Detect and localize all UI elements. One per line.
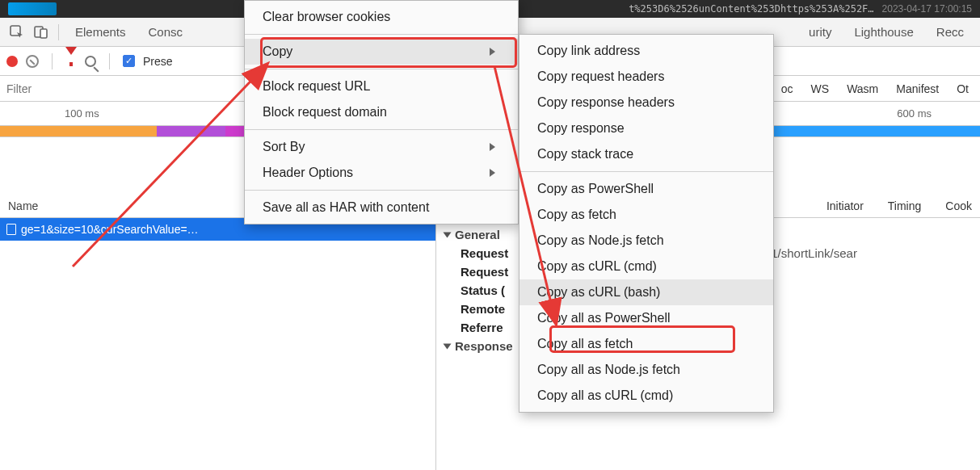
filter-other[interactable]: Ot bbox=[952, 82, 974, 95]
menu-separator bbox=[245, 190, 518, 191]
document-icon bbox=[6, 224, 16, 235]
separator bbox=[109, 53, 110, 69]
menu-separator bbox=[245, 34, 518, 35]
tab-security[interactable]: urity bbox=[797, 18, 843, 46]
menu-copy-all-node-fetch-label: Copy all as Node.js fetch bbox=[537, 363, 680, 377]
search-icon[interactable] bbox=[85, 56, 96, 67]
menu-copy-as-curl-bash[interactable]: Copy as cURL (bash) bbox=[519, 279, 773, 305]
menu-clear-cookies[interactable]: Clear browser cookies bbox=[245, 4, 518, 30]
menu-save-har-label: Save all as HAR with content bbox=[263, 200, 429, 215]
menu-copy-all-fetch[interactable]: Copy all as fetch bbox=[519, 331, 773, 357]
menu-copy-stack[interactable]: Copy stack trace bbox=[519, 141, 773, 167]
menu-sort-by[interactable]: Sort By bbox=[245, 134, 518, 160]
separator bbox=[58, 24, 59, 40]
menu-clear-cookies-label: Clear browser cookies bbox=[263, 10, 390, 24]
menu-sort-by-label: Sort By bbox=[263, 140, 305, 154]
menu-copy-label: Copy bbox=[263, 44, 292, 59]
remote-key: Remote bbox=[461, 302, 505, 316]
context-menu-main: Clear browser cookies Copy Block request… bbox=[244, 0, 519, 225]
tab-timing[interactable]: Timing bbox=[888, 199, 922, 212]
preserve-log-label: Prese bbox=[143, 55, 173, 68]
device-toolbar-icon[interactable] bbox=[34, 25, 48, 40]
menu-copy-link-label: Copy link address bbox=[537, 44, 640, 58]
menu-copy-req-headers-label: Copy request headers bbox=[537, 69, 664, 84]
menu-copy-link[interactable]: Copy link address bbox=[519, 38, 773, 64]
menu-separator bbox=[245, 129, 518, 130]
menu-block-url[interactable]: Block request URL bbox=[245, 73, 518, 99]
separator bbox=[52, 53, 53, 69]
menu-header-options[interactable]: Header Options bbox=[245, 160, 518, 186]
tab-cookies[interactable]: Cook bbox=[945, 199, 972, 212]
menu-copy-all-powershell[interactable]: Copy all as PowerShell bbox=[519, 305, 773, 331]
status-key: Status ( bbox=[461, 283, 505, 297]
tab-initiator[interactable]: Initiator bbox=[826, 199, 864, 212]
tab-console[interactable]: Consc bbox=[137, 18, 195, 46]
disclosure-triangle-icon bbox=[444, 232, 452, 237]
menu-copy-as-fetch-label: Copy as fetch bbox=[537, 208, 616, 222]
menu-copy-as-powershell[interactable]: Copy as PowerShell bbox=[519, 176, 773, 202]
site-logo-icon bbox=[8, 2, 57, 15]
menu-copy-all-curl-cmd-label: Copy all as cURL (cmd) bbox=[537, 388, 673, 403]
record-icon[interactable] bbox=[6, 56, 18, 67]
submenu-arrow-icon bbox=[490, 169, 495, 177]
referrer-key: Referre bbox=[461, 321, 503, 334]
menu-copy[interactable]: Copy bbox=[245, 39, 518, 65]
menu-copy-res-headers[interactable]: Copy response headers bbox=[519, 90, 773, 115]
menu-copy-all-curl-cmd[interactable]: Copy all as cURL (cmd) bbox=[519, 383, 773, 409]
menu-save-har[interactable]: Save all as HAR with content bbox=[245, 195, 518, 220]
disclosure-triangle-icon bbox=[444, 343, 452, 349]
filter-doc[interactable]: oc bbox=[776, 82, 798, 95]
filter-ws[interactable]: WS bbox=[806, 82, 835, 95]
menu-copy-as-fetch[interactable]: Copy as fetch bbox=[519, 202, 773, 228]
tab-lighthouse[interactable]: Lighthouse bbox=[843, 18, 924, 46]
filter-wasm[interactable]: Wasm bbox=[842, 82, 883, 95]
svg-rect-2 bbox=[40, 29, 47, 38]
filter-icon[interactable] bbox=[65, 55, 77, 68]
col-name[interactable]: Name bbox=[8, 199, 38, 212]
menu-copy-stack-label: Copy stack trace bbox=[537, 147, 633, 162]
menu-copy-as-node-fetch-label: Copy as Node.js fetch bbox=[537, 233, 664, 248]
menu-copy-all-powershell-label: Copy all as PowerShell bbox=[537, 311, 671, 325]
menu-copy-as-curl-bash-label: Copy as cURL (bash) bbox=[537, 285, 660, 300]
section-general-label: General bbox=[455, 228, 500, 241]
inspect-element-icon[interactable] bbox=[10, 25, 24, 40]
menu-copy-res-headers-label: Copy response headers bbox=[537, 95, 675, 110]
menu-copy-as-curl-cmd[interactable]: Copy as cURL (cmd) bbox=[519, 254, 773, 279]
context-menu-copy: Copy link address Copy request headers C… bbox=[519, 34, 774, 413]
menu-copy-response[interactable]: Copy response bbox=[519, 115, 773, 141]
menu-copy-req-headers[interactable]: Copy request headers bbox=[519, 64, 773, 90]
request-method-key: Request bbox=[461, 265, 508, 279]
menu-separator bbox=[245, 69, 518, 69]
request-row-text: ge=1&size=10&curSearchValue=… bbox=[21, 223, 199, 236]
tab-elements[interactable]: Elements bbox=[64, 18, 137, 46]
menu-copy-as-powershell-label: Copy as PowerShell bbox=[537, 182, 654, 196]
page-timestamp: 2023-04-17 17:00:15 bbox=[882, 3, 972, 15]
menu-copy-as-node-fetch[interactable]: Copy as Node.js fetch bbox=[519, 228, 773, 254]
submenu-arrow-icon bbox=[490, 143, 495, 151]
submenu-arrow-icon bbox=[490, 48, 495, 56]
menu-copy-as-curl-cmd-label: Copy as cURL (cmd) bbox=[537, 259, 657, 274]
menu-copy-response-label: Copy response bbox=[537, 121, 625, 136]
request-url-key: Request bbox=[461, 246, 508, 260]
menu-block-domain[interactable]: Block request domain bbox=[245, 99, 518, 125]
menu-block-domain-label: Block request domain bbox=[263, 105, 387, 120]
menu-block-url-label: Block request URL bbox=[263, 79, 370, 94]
filter-manifest[interactable]: Manifest bbox=[891, 82, 944, 95]
menu-copy-all-fetch-label: Copy all as fetch bbox=[537, 337, 633, 351]
clear-icon[interactable] bbox=[26, 55, 39, 68]
preserve-log-checkbox[interactable]: ✓ bbox=[123, 55, 135, 67]
menu-separator bbox=[519, 171, 773, 172]
filter-input[interactable] bbox=[6, 82, 168, 95]
section-response-label: Response bbox=[455, 339, 513, 353]
menu-copy-all-node-fetch[interactable]: Copy all as Node.js fetch bbox=[519, 357, 773, 383]
tab-recorder[interactable]: Recc bbox=[925, 18, 975, 46]
menu-header-options-label: Header Options bbox=[263, 166, 353, 180]
url-fragment: t%253D6%2526unContent%253Dhttps%253A%252… bbox=[629, 3, 873, 15]
